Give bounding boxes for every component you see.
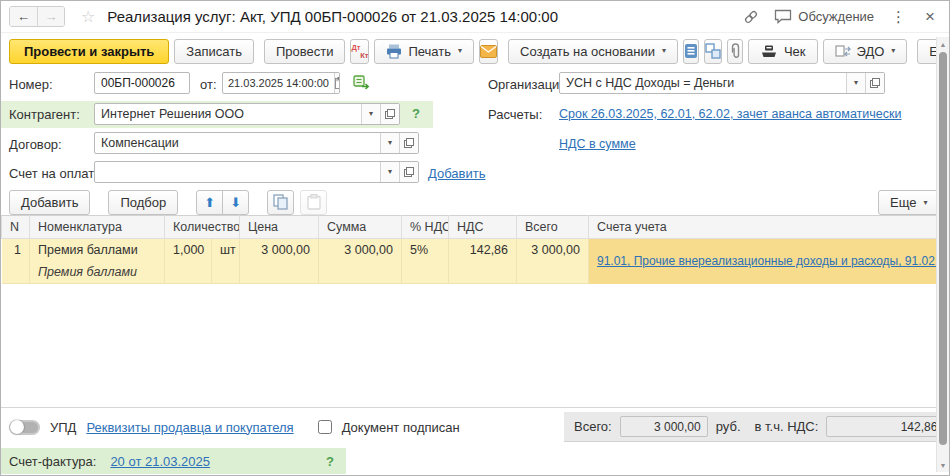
move-row-down-button[interactable]: ⬇ <box>222 190 249 215</box>
vertical-scrollbar[interactable]: ▲ ▼ <box>936 37 949 472</box>
total-label: Всего: <box>574 419 612 434</box>
items-more-button[interactable]: Еще▾ <box>878 190 939 215</box>
cell-amount[interactable]: 3 000,00 <box>319 239 402 262</box>
open-item-icon[interactable] <box>865 73 884 93</box>
cell-vat-rate[interactable]: 5% <box>402 239 449 262</box>
dropdown-icon: ▾ <box>662 47 666 55</box>
open-item-icon[interactable] <box>399 162 418 182</box>
cell-quantity[interactable]: 1,000 <box>165 239 212 262</box>
cell-empty[interactable] <box>165 261 212 284</box>
window-title: Реализация услуг: Акт, УПД 00БП-000026 о… <box>107 8 558 25</box>
settlements-link[interactable]: Срок 26.03.2025, 62.01, 62.02, зачет ава… <box>559 107 901 121</box>
back-icon: ← <box>17 9 30 24</box>
upd-toggle[interactable] <box>9 420 40 435</box>
accounts-link[interactable]: 91.01, Прочие внереализационные доходы и… <box>597 254 938 268</box>
back-button[interactable]: ← <box>10 7 37 26</box>
totals-strip: Всего: руб. в т.ч. НДС: <box>564 412 937 442</box>
cell-empty[interactable] <box>2 261 30 284</box>
nav-history-group: ← → <box>9 6 65 27</box>
cell-row-number[interactable]: 1 <box>2 239 30 262</box>
show-postings-button[interactable]: ДтКт <box>350 39 369 64</box>
cell-vat[interactable]: 142,86 <box>449 239 517 262</box>
move-row-up-button[interactable]: ⬆ <box>196 190 223 215</box>
dropdown-icon[interactable]: ▾ <box>380 133 399 153</box>
favorite-star-icon[interactable]: ☆ <box>81 7 95 26</box>
create-linked-icon <box>353 74 370 90</box>
cell-total[interactable]: 3 000,00 <box>517 239 589 262</box>
write-button[interactable]: Записать <box>174 39 254 64</box>
date-value: 21.03.2025 14:00:00 <box>223 73 334 93</box>
col-header-amount: Сумма <box>319 216 402 239</box>
cell-empty[interactable] <box>240 261 319 284</box>
forward-button[interactable]: → <box>37 7 64 26</box>
cell-unit[interactable]: шт <box>212 239 240 262</box>
dropdown-icon[interactable]: ▾ <box>361 104 380 124</box>
cell-empty[interactable] <box>449 261 517 284</box>
cell-nomenclature[interactable]: Премия баллами <box>30 239 165 262</box>
counterparty-combo[interactable]: Интернет Решения ООО ▾ <box>94 103 400 125</box>
print-button[interactable]: Печать▾ <box>374 39 474 64</box>
cell-empty[interactable] <box>319 261 402 284</box>
counterparty-help-icon[interactable]: ? <box>412 106 420 121</box>
paste-icon <box>307 194 321 210</box>
cell-empty[interactable] <box>212 261 240 284</box>
get-link-button[interactable] <box>743 9 759 25</box>
open-item-icon[interactable] <box>380 104 399 124</box>
edo-exchange-icon <box>835 44 851 58</box>
dropdown-icon: ▾ <box>891 47 895 55</box>
copy-row-button[interactable] <box>267 190 294 215</box>
col-header-vat: НДС <box>449 216 517 239</box>
open-item-icon[interactable] <box>399 133 418 153</box>
pick-items-button[interactable]: Подбор <box>108 190 178 215</box>
contract-combo[interactable]: Компенсации ▾ <box>94 132 419 154</box>
cell-service-description[interactable]: Премия баллами <box>30 261 165 284</box>
scrollbar-thumb[interactable] <box>939 52 947 445</box>
incl-vat-label: в т.ч. НДС: <box>755 419 819 434</box>
close-icon[interactable]: × <box>923 7 937 27</box>
number-input[interactable] <box>94 72 190 94</box>
date-input[interactable]: 21.03.2025 14:00:00 <box>222 72 340 94</box>
vat-mode-link[interactable]: НДС в сумме <box>559 137 636 151</box>
organization-combo[interactable]: УСН с НДС Доходы = Деньги ▾ <box>559 72 885 94</box>
contract-value: Компенсации <box>95 133 380 153</box>
cell-empty[interactable] <box>402 261 449 284</box>
items-toolbar: Добавить Подбор ⬆ ⬇ <box>9 189 327 215</box>
envelope-icon <box>480 45 497 58</box>
dropdown-icon[interactable]: ▾ <box>380 162 399 182</box>
cheque-button[interactable]: Чек <box>748 39 818 64</box>
arrow-down-icon: ⬇ <box>230 196 241 209</box>
post-button[interactable]: Провести <box>264 39 346 64</box>
scroll-up-icon[interactable]: ▲ <box>937 38 949 50</box>
col-header-accounts: Счета учета <box>589 216 939 239</box>
document-signed-checkbox[interactable] <box>318 420 332 434</box>
date-of-label: от: <box>200 77 217 92</box>
discussion-button[interactable]: Обсуждение <box>774 9 874 24</box>
add-row-button[interactable]: Добавить <box>9 190 90 215</box>
add-payment-invoice-link[interactable]: Добавить <box>428 166 485 181</box>
discussion-bubble-icon <box>774 9 792 24</box>
invoice-help-icon[interactable]: ? <box>326 454 334 469</box>
main-toolbar: Провести и закрыть Записать Провести ДтК… <box>1 37 927 65</box>
scroll-down-icon[interactable]: ▼ <box>937 459 949 471</box>
cell-accounts[interactable]: 91.01, Прочие внереализационные доходы и… <box>589 239 939 284</box>
cell-price[interactable]: 3 000,00 <box>240 239 319 262</box>
paste-row-button[interactable] <box>300 190 327 215</box>
attachments-button[interactable] <box>727 39 743 64</box>
currency-label: руб. <box>716 419 741 434</box>
send-email-button[interactable] <box>479 39 498 64</box>
more-menu-kebab-icon[interactable]: ⋮ <box>889 8 908 26</box>
cell-empty[interactable] <box>517 261 589 284</box>
edo-button[interactable]: ЭДО▾ <box>823 39 908 64</box>
dtkt-icon: ДтКт <box>351 43 368 60</box>
document-signed-label: Документ подписан <box>342 420 460 435</box>
post-and-close-button[interactable]: Провести и закрыть <box>9 39 169 64</box>
payment-invoice-combo[interactable]: ▾ <box>94 161 419 183</box>
create-linked-document-button[interactable] <box>353 74 370 93</box>
create-from-button[interactable]: Создать на основании▾ <box>508 39 678 64</box>
calendar-icon[interactable] <box>334 73 340 93</box>
related-documents-button[interactable] <box>704 39 722 64</box>
document-journal-button[interactable] <box>683 39 699 64</box>
requisites-link[interactable]: Реквизиты продавца и покупателя <box>86 420 293 435</box>
dropdown-icon[interactable]: ▾ <box>846 73 865 93</box>
invoice-link[interactable]: 20 от 21.03.2025 <box>110 454 210 469</box>
